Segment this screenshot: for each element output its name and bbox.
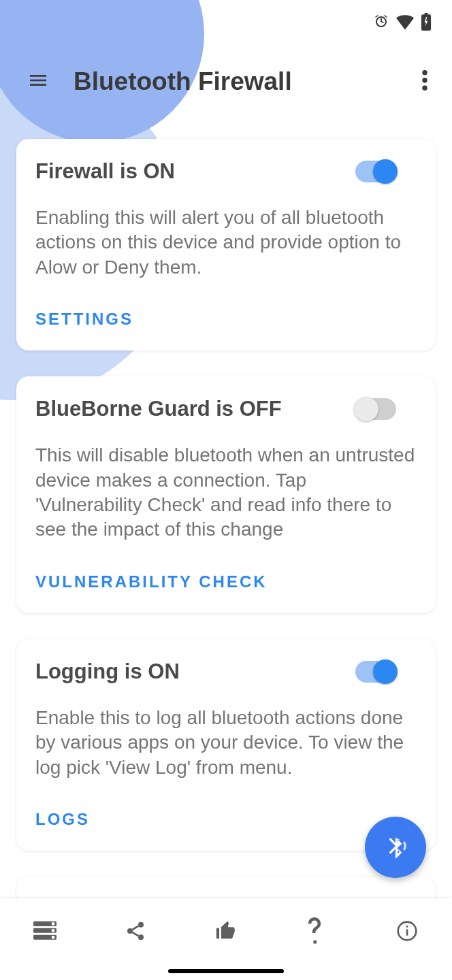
vulnerability-check-button[interactable]: VULNERABILITY CHECK (35, 567, 268, 597)
svg-point-3 (422, 70, 427, 76)
settings-button[interactable]: SETTINGS (35, 304, 133, 334)
svg-point-4 (422, 78, 427, 83)
switch-blueborne[interactable] (355, 398, 396, 420)
thumbs-up-icon (214, 919, 238, 945)
svg-rect-10 (52, 929, 54, 932)
svg-rect-17 (406, 926, 408, 928)
card-logging-desc: Enable this to log all bluetooth actions… (35, 706, 417, 780)
svg-point-13 (127, 928, 133, 934)
fab-bluetooth-scan[interactable] (365, 817, 426, 878)
card-logging: Logging is ON Enable this to log all blu… (16, 639, 436, 851)
more-vert-icon (422, 70, 427, 93)
menu-button[interactable] (16, 60, 60, 103)
switch-thumb (373, 159, 398, 184)
card-blueborne-desc: This will disable bluetooth when an untr… (35, 443, 417, 542)
switch-logging[interactable] (355, 661, 396, 683)
info-icon (396, 920, 418, 945)
card-next-peek (16, 877, 436, 898)
card-blueborne-title: BlueBorne Guard is OFF (35, 397, 282, 421)
nav-list[interactable] (23, 911, 67, 954)
nav-help[interactable] (295, 911, 338, 954)
nav-like[interactable] (204, 911, 248, 954)
card-logging-title: Logging is ON (35, 659, 180, 684)
share-icon (125, 920, 146, 945)
nav-share[interactable] (114, 911, 157, 954)
svg-rect-16 (406, 929, 408, 935)
card-blueborne: BlueBorne Guard is OFF This will disable… (16, 376, 436, 613)
svg-point-12 (138, 922, 144, 928)
app-bar: Bluetooth Firewall (0, 0, 452, 116)
content: Firewall is ON Enabling this will alert … (0, 122, 452, 898)
card-firewall-desc: Enabling this will alert you of all blue… (35, 206, 417, 280)
bottom-nav (0, 898, 452, 980)
card-firewall: Firewall is ON Enabling this will alert … (16, 139, 436, 350)
svg-point-14 (138, 934, 144, 940)
svg-rect-11 (52, 936, 54, 938)
help-icon (306, 917, 327, 947)
logs-button[interactable]: LOGS (35, 804, 90, 834)
screen: 10:53 Bluetooth Firewal (0, 0, 452, 980)
bluetooth-scan-icon (383, 833, 408, 862)
svg-rect-9 (52, 922, 54, 925)
hamburger-icon (27, 69, 49, 94)
svg-point-5 (422, 86, 427, 91)
switch-firewall[interactable] (355, 161, 396, 182)
gesture-bar (168, 969, 284, 973)
overflow-button[interactable] (408, 65, 441, 98)
switch-thumb (373, 659, 398, 684)
list-icon (33, 921, 56, 944)
card-firewall-title: Firewall is ON (35, 159, 175, 184)
switch-thumb (354, 397, 378, 421)
page-title: Bluetooth Firewall (74, 67, 292, 96)
nav-info[interactable] (385, 911, 429, 954)
